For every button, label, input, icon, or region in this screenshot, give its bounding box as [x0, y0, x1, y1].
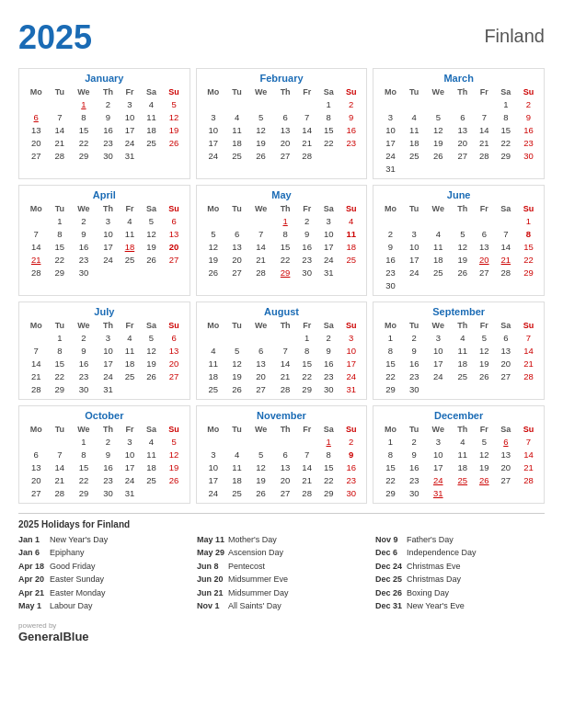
holiday-item: Dec 31New Year's Eve	[375, 599, 545, 612]
cal-day: 5	[474, 331, 495, 344]
weekday-header: Su	[339, 320, 362, 331]
weekday-header: Mo	[377, 424, 403, 435]
cal-day: 22	[495, 136, 517, 149]
cal-day: 5	[425, 110, 452, 123]
weekday-header: Th	[274, 86, 296, 97]
weekday-header: Tu	[404, 424, 425, 435]
cal-day: 8	[517, 227, 540, 240]
month-title: February	[201, 73, 363, 84]
cal-day: 26	[140, 370, 162, 382]
cal-day: 10	[425, 448, 452, 461]
cal-day: 20	[274, 136, 296, 149]
cal-day: 15	[317, 461, 339, 473]
weekday-header: Mo	[201, 203, 226, 214]
weekday-header: Th	[97, 424, 119, 435]
weekday-header: Su	[517, 320, 540, 331]
cal-day: 16	[404, 357, 425, 370]
cal-day: 6	[23, 448, 49, 461]
cal-day: 17	[425, 357, 452, 370]
month-block: NovemberMoTuWeThFrSaSu123456789101112131…	[196, 405, 368, 504]
cal-day: 30	[97, 486, 119, 499]
cal-day	[162, 149, 185, 162]
cal-day	[377, 97, 403, 110]
cal-table: MoTuWeThFrSaSu12345678910111213141516171…	[201, 424, 363, 499]
holiday-item: Jun 8Pentecost	[197, 560, 366, 573]
weekday-header: Sa	[317, 424, 339, 435]
weekday-header: We	[425, 203, 452, 214]
weekday-header: Mo	[23, 320, 49, 331]
weekday-header: Fr	[474, 86, 495, 97]
cal-day: 30	[377, 279, 403, 291]
cal-day: 9	[70, 227, 97, 240]
cal-day: 23	[317, 370, 339, 382]
cal-day: 7	[296, 110, 317, 123]
cal-day: 11	[452, 344, 474, 357]
weekday-header: Th	[452, 424, 474, 435]
cal-day	[49, 97, 70, 110]
cal-day: 4	[140, 97, 162, 110]
cal-day: 2	[70, 214, 97, 227]
cal-day: 20	[452, 136, 474, 149]
cal-day: 13	[23, 461, 49, 473]
cal-day: 22	[70, 473, 97, 486]
cal-day: 16	[317, 357, 339, 370]
cal-day: 2	[339, 435, 362, 448]
holiday-date: Nov 1	[197, 599, 224, 612]
weekday-header: Fr	[296, 203, 317, 214]
cal-day	[162, 266, 185, 279]
cal-day: 30	[339, 486, 362, 499]
weekday-header: Su	[517, 203, 540, 214]
cal-day: 18	[119, 240, 140, 253]
cal-day: 13	[162, 227, 185, 240]
cal-day: 13	[274, 461, 296, 473]
cal-day: 28	[247, 266, 274, 279]
cal-day: 24	[97, 253, 119, 266]
cal-day: 20	[23, 136, 49, 149]
cal-day	[474, 486, 495, 499]
weekday-header: Mo	[201, 320, 226, 331]
cal-day: 5	[162, 435, 185, 448]
cal-day: 11	[140, 448, 162, 461]
weekday-header: Sa	[317, 320, 339, 331]
holiday-name: Midsummer Eve	[228, 573, 288, 586]
cal-day: 25	[452, 370, 474, 382]
holiday-name: New Year's Day	[50, 533, 108, 546]
weekday-header: Fr	[296, 86, 317, 97]
holiday-item: Nov 9Father's Day	[375, 533, 545, 546]
cal-day: 10	[97, 344, 119, 357]
cal-day: 16	[377, 253, 403, 266]
cal-day: 3	[97, 214, 119, 227]
cal-day: 18	[452, 357, 474, 370]
weekday-header: Sa	[140, 203, 162, 214]
holiday-name: Labour Day	[50, 599, 93, 612]
holiday-name: Pentecost	[228, 560, 265, 573]
cal-day: 16	[70, 240, 97, 253]
cal-day: 11	[404, 123, 425, 136]
cal-day: 11	[339, 227, 362, 240]
weekday-header: We	[247, 424, 274, 435]
cal-day: 13	[495, 344, 517, 357]
cal-day: 14	[23, 357, 49, 370]
cal-day: 26	[140, 253, 162, 266]
cal-table: MoTuWeThFrSaSu12345678910111213141516171…	[23, 424, 186, 499]
cal-day: 14	[296, 123, 317, 136]
cal-day: 21	[49, 473, 70, 486]
weekday-header: Tu	[49, 320, 70, 331]
cal-day: 30	[404, 382, 425, 395]
holiday-date: Dec 6	[375, 546, 403, 559]
cal-day: 17	[119, 123, 140, 136]
cal-day: 19	[201, 253, 226, 266]
cal-day: 10	[404, 240, 425, 253]
month-block: MarchMoTuWeThFrSaSu123456789101112131415…	[373, 68, 545, 179]
cal-day: 8	[377, 448, 403, 461]
cal-day: 9	[296, 227, 317, 240]
cal-day: 27	[23, 486, 49, 499]
month-title: June	[377, 189, 540, 200]
holiday-date: May 11	[197, 533, 224, 546]
cal-day: 9	[317, 344, 339, 357]
cal-day: 5	[226, 344, 247, 357]
cal-day: 24	[201, 486, 226, 499]
cal-day	[23, 331, 49, 344]
cal-day: 15	[70, 123, 97, 136]
cal-day: 19	[140, 240, 162, 253]
